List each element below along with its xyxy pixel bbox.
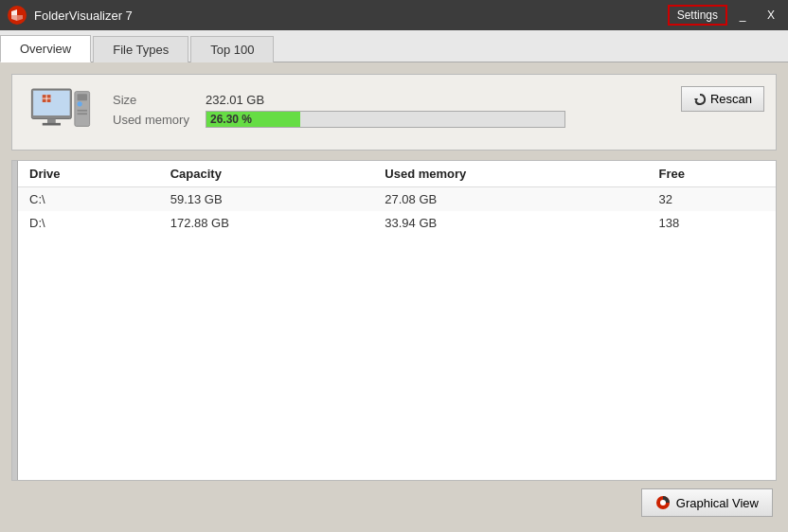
progress-text: 26.30 % bbox=[210, 113, 252, 126]
title-bar-right: Settings _ X bbox=[668, 5, 784, 26]
computer-icon bbox=[27, 86, 94, 138]
tab-overview[interactable]: Overview bbox=[0, 35, 91, 62]
close-button[interactable]: X bbox=[758, 5, 784, 26]
table-row: C:\ 59.13 GB 27.08 GB 32 bbox=[18, 187, 776, 212]
size-label: Size bbox=[113, 93, 198, 107]
size-value: 232.01 GB bbox=[206, 93, 264, 107]
used-memory-label: Used memory bbox=[113, 113, 198, 127]
tab-file-types[interactable]: File Types bbox=[93, 36, 188, 62]
svg-rect-7 bbox=[43, 123, 61, 126]
tab-bar: Overview File Types Top 100 bbox=[0, 30, 788, 62]
svg-rect-2 bbox=[33, 91, 70, 115]
drive-free: 32 bbox=[648, 187, 776, 212]
tab-top100[interactable]: Top 100 bbox=[190, 36, 274, 62]
graphical-view-icon bbox=[655, 495, 671, 510]
svg-rect-11 bbox=[78, 110, 88, 112]
drive-capacity: 59.13 GB bbox=[159, 187, 374, 212]
info-panel: Size 232.01 GB Used memory 26.30 % Resca… bbox=[11, 74, 777, 151]
drive-used: 27.08 GB bbox=[373, 187, 647, 212]
progress-bar: 26.30 % bbox=[206, 111, 565, 128]
drive-name: C:\ bbox=[18, 187, 159, 212]
svg-rect-12 bbox=[78, 113, 88, 115]
app-title: FolderVisualizer 7 bbox=[34, 9, 133, 23]
size-row: Size 232.01 GB bbox=[113, 93, 761, 107]
svg-point-10 bbox=[78, 101, 82, 106]
drive-table: Drive Capacity Used memory Free C:\ 59.1… bbox=[18, 161, 776, 235]
graphical-view-label: Graphical View bbox=[676, 496, 759, 510]
used-memory-row: Used memory 26.30 % bbox=[113, 111, 761, 128]
drive-capacity: 172.88 GB bbox=[159, 211, 374, 235]
settings-button[interactable]: Settings bbox=[668, 5, 727, 26]
rescan-icon bbox=[693, 93, 707, 106]
rescan-button[interactable]: Rescan bbox=[681, 86, 764, 112]
progress-bar-fill: 26.30 % bbox=[206, 112, 300, 127]
title-bar-left: FolderVisualizer 7 bbox=[8, 6, 133, 25]
col-capacity: Capacity bbox=[159, 161, 374, 187]
col-used-memory: Used memory bbox=[373, 161, 647, 187]
app-logo-icon bbox=[8, 6, 27, 25]
info-details: Size 232.01 GB Used memory 26.30 % bbox=[113, 93, 761, 132]
drive-free: 138 bbox=[648, 211, 776, 235]
graphical-view-button[interactable]: Graphical View bbox=[641, 488, 773, 517]
table-header-row: Drive Capacity Used memory Free bbox=[18, 161, 776, 187]
title-bar: FolderVisualizer 7 Settings _ X bbox=[0, 0, 788, 30]
col-free: Free bbox=[648, 161, 776, 187]
main-content: Size 232.01 GB Used memory 26.30 % Resca… bbox=[0, 62, 788, 532]
minimize-button[interactable]: _ bbox=[729, 5, 756, 26]
col-drive: Drive bbox=[18, 161, 159, 187]
table-row: D:\ 172.88 GB 33.94 GB 138 bbox=[18, 211, 776, 235]
left-scrollbar[interactable] bbox=[12, 161, 18, 480]
bottom-bar: Graphical View bbox=[11, 481, 777, 521]
drive-name: D:\ bbox=[18, 211, 159, 235]
svg-rect-9 bbox=[78, 94, 88, 100]
drive-table-container: Drive Capacity Used memory Free C:\ 59.1… bbox=[11, 160, 777, 481]
svg-point-15 bbox=[660, 500, 666, 505]
drive-used: 33.94 GB bbox=[373, 211, 647, 235]
